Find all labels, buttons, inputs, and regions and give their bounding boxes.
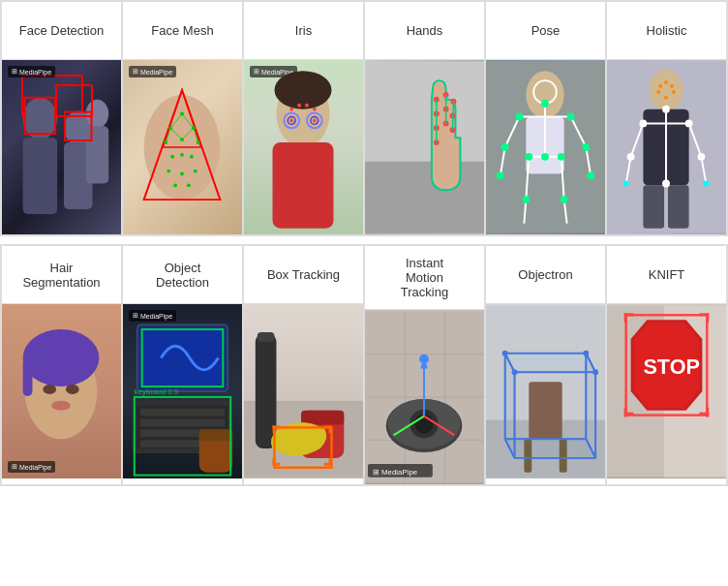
objectron-image — [486, 304, 605, 478]
svg-point-91 — [658, 84, 662, 88]
instant-motion-tracking-image: ⊞ MediaPipe — [365, 310, 484, 484]
svg-point-109 — [697, 153, 705, 161]
svg-point-19 — [190, 155, 194, 159]
cell-pose[interactable]: Pose ⊞ MediaPipe — [485, 1, 606, 235]
object-detection-placeholder: ⊞ MediaPipe — [123, 304, 242, 478]
svg-point-42 — [305, 104, 309, 108]
knift-image: ⊞ MediaPipe STOP — [607, 304, 726, 478]
pose-image: ⊞ MediaPipe — [486, 60, 605, 234]
svg-marker-163 — [505, 354, 595, 373]
svg-point-87 — [649, 69, 682, 110]
svg-point-78 — [582, 143, 590, 151]
svg-text:⊞ MediaPipe: ⊞ MediaPipe — [373, 468, 418, 477]
cell-face-mesh[interactable]: Face Mesh ⊞ MediaPipe — [122, 1, 243, 235]
svg-point-80 — [587, 172, 594, 180]
face-mesh-placeholder: ⊞ MediaPipe — [123, 60, 242, 234]
cell-hands[interactable]: Hands ⊞ MediaPipe — [364, 1, 485, 235]
objectron-svg — [486, 304, 605, 478]
box-tracking-image: ⊞ MediaPipe — [244, 304, 363, 478]
objectron-placeholder — [486, 304, 605, 478]
face-detection-svg — [2, 60, 121, 234]
svg-point-183 — [583, 351, 589, 356]
svg-rect-113 — [23, 358, 33, 396]
svg-point-23 — [173, 183, 177, 187]
svg-point-116 — [51, 401, 71, 411]
hands-image: ⊞ MediaPipe — [365, 60, 484, 234]
svg-point-74 — [541, 100, 549, 108]
svg-point-95 — [672, 90, 676, 94]
hands-svg — [365, 60, 484, 234]
cell-instant-motion-tracking[interactable]: Instant Motion Tracking — [364, 245, 485, 485]
iris-svg — [244, 60, 363, 234]
svg-text:STOP: STOP — [643, 355, 700, 379]
svg-point-83 — [558, 153, 565, 161]
cell-knift[interactable]: KNIFT ⊞ MediaPipe STOP — [606, 245, 727, 485]
svg-point-22 — [194, 170, 197, 173]
svg-rect-134 — [301, 411, 344, 425]
svg-rect-169 — [560, 439, 567, 472]
svg-point-84 — [522, 196, 530, 203]
cell-box-tracking[interactable]: Box Tracking ⊞ MediaPipe — [243, 245, 364, 485]
svg-point-40 — [289, 108, 293, 111]
face-detection-image: ⊞ MediaPipe — [2, 60, 121, 234]
cell-holistic[interactable]: Holistic ⊞ MediaPipe — [606, 1, 727, 235]
svg-rect-132 — [258, 332, 275, 342]
objectron-header: Objectron — [486, 246, 605, 304]
pose-placeholder: ⊞ MediaPipe — [486, 60, 605, 234]
instant-motion-svg: ⊞ MediaPipe — [365, 310, 484, 484]
holistic-header: Holistic — [607, 2, 726, 60]
svg-point-93 — [670, 84, 674, 88]
cell-objectron[interactable]: Objectron — [485, 245, 606, 485]
svg-point-92 — [664, 80, 668, 84]
svg-point-33 — [274, 71, 331, 108]
svg-point-77 — [501, 143, 509, 151]
svg-point-24 — [187, 183, 191, 187]
svg-rect-127 — [199, 429, 232, 441]
svg-line-58 — [453, 102, 454, 131]
cell-object-detection[interactable]: Object Detection ⊞ MediaPipe — [122, 245, 243, 485]
instant-motion-tracking-header: Instant Motion Tracking — [365, 246, 484, 310]
svg-point-108 — [627, 153, 635, 161]
svg-point-185 — [512, 369, 518, 375]
svg-rect-5 — [86, 126, 109, 183]
svg-rect-45 — [365, 61, 484, 161]
svg-point-104 — [703, 180, 709, 186]
svg-rect-143 — [329, 458, 332, 466]
svg-point-103 — [623, 180, 629, 186]
svg-rect-90 — [668, 185, 689, 228]
row2-grid: Hair Segmentation ⊞ MediaPipe — [0, 244, 728, 486]
cell-iris[interactable]: Iris ⊞ MediaPipe — [243, 1, 364, 235]
holistic-svg — [607, 60, 726, 234]
svg-point-17 — [170, 155, 174, 159]
svg-rect-168 — [524, 439, 531, 472]
face-detection-placeholder: ⊞ MediaPipe — [2, 60, 121, 234]
svg-marker-166 — [505, 439, 595, 458]
svg-point-114 — [43, 385, 56, 394]
pose-header: Pose — [486, 2, 605, 60]
svg-point-41 — [297, 104, 301, 108]
svg-rect-199 — [706, 408, 709, 417]
svg-point-115 — [66, 385, 79, 394]
pose-svg — [486, 60, 605, 234]
hands-placeholder: ⊞ MediaPipe — [365, 60, 484, 234]
svg-rect-118 — [140, 327, 226, 388]
svg-point-184 — [592, 369, 598, 375]
box-tracking-svg — [244, 304, 363, 478]
svg-rect-32 — [273, 142, 334, 229]
svg-text:keyboard 0.9: keyboard 0.9 — [135, 387, 178, 396]
hair-segmentation-image: ⊞ MediaPipe — [2, 304, 121, 478]
svg-rect-139 — [329, 425, 332, 433]
svg-point-81 — [541, 153, 549, 161]
svg-point-76 — [567, 113, 575, 121]
svg-point-18 — [180, 153, 184, 157]
object-detection-image: ⊞ MediaPipe — [123, 304, 242, 478]
svg-rect-195 — [706, 313, 709, 323]
knift-header: KNIFT — [607, 246, 726, 304]
instant-motion-placeholder: ⊞ MediaPipe — [365, 310, 484, 484]
hair-segmentation-header: Hair Segmentation — [2, 246, 121, 304]
cell-hair-segmentation[interactable]: Hair Segmentation ⊞ MediaPipe — [1, 245, 122, 485]
svg-point-21 — [180, 172, 184, 176]
svg-point-110 — [662, 179, 670, 187]
cell-face-detection[interactable]: Face Detection ⊞ MediaPipe — [1, 1, 122, 235]
svg-point-16 — [197, 140, 200, 144]
